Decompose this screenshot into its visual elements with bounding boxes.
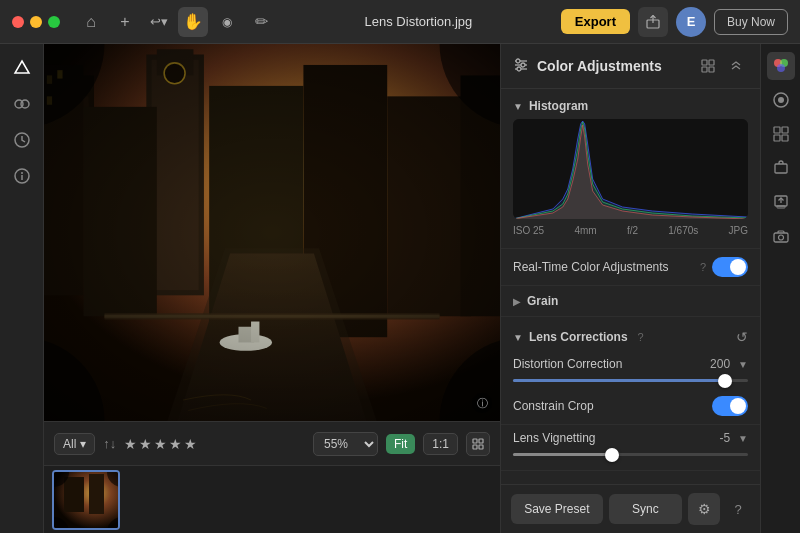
- sidebar-info-icon[interactable]: [6, 160, 38, 192]
- left-sidebar: [0, 44, 44, 533]
- distortion-slider-thumb[interactable]: [718, 374, 732, 388]
- vignetting-value: -5: [700, 431, 730, 445]
- bottom-bar: All ▾ ↑↓ ★ ★ ★ ★ ★ 55% 25% 50% 75% 100% …: [44, 421, 500, 465]
- panel-header: Color Adjustments: [501, 44, 760, 89]
- settings-button[interactable]: ⚙: [688, 493, 720, 525]
- buy-now-button[interactable]: Buy Now: [714, 9, 788, 35]
- realtime-toggle-row: Real-Time Color Adjustments ?: [501, 249, 760, 286]
- window-title: Lens Distortion.jpg: [284, 14, 553, 29]
- brush-tool-icon[interactable]: ✏: [246, 7, 276, 37]
- add-icon[interactable]: +: [110, 7, 140, 37]
- vignetting-dropdown-icon[interactable]: ▼: [738, 433, 748, 444]
- circle-icon[interactable]: [767, 86, 795, 114]
- svg-point-49: [516, 59, 520, 63]
- sync-button[interactable]: Sync: [609, 494, 682, 524]
- zoom-select[interactable]: 55% 25% 50% 75% 100%: [313, 432, 378, 456]
- distortion-dropdown-icon[interactable]: ▼: [738, 359, 748, 370]
- right-panel: Color Adjustments: [500, 44, 760, 533]
- distortion-slider-track: [513, 379, 748, 382]
- svg-rect-70: [774, 233, 788, 242]
- sidebar-effects-icon[interactable]: [6, 88, 38, 120]
- toolbar-right: Export E Buy Now: [561, 7, 788, 37]
- camera-icon[interactable]: [767, 222, 795, 250]
- titlebar: ⌂ + ↩▾ ✋ ◉ ✏ Lens Distortion.jpg Export …: [0, 0, 800, 44]
- star-2[interactable]: ★: [139, 436, 152, 452]
- save-preset-button[interactable]: Save Preset: [511, 494, 603, 524]
- lens-help-icon[interactable]: ?: [638, 331, 644, 343]
- svg-rect-68: [777, 206, 785, 208]
- iso-value: ISO 25: [513, 225, 544, 236]
- star-3[interactable]: ★: [154, 436, 167, 452]
- grain-section: ▶ Grain: [501, 286, 760, 317]
- realtime-toggle[interactable]: [712, 257, 748, 277]
- user-avatar[interactable]: E: [676, 7, 706, 37]
- svg-rect-40: [64, 477, 84, 512]
- expand-button[interactable]: [466, 432, 490, 456]
- format: JPG: [729, 225, 748, 236]
- info-badge[interactable]: ⓘ: [472, 393, 492, 413]
- histogram-chart: [513, 119, 748, 219]
- filter-select[interactable]: All ▾: [54, 433, 95, 455]
- vignetting-slider-fill: [513, 453, 612, 456]
- distortion-row: Distortion Correction 200 ▼: [501, 351, 760, 377]
- hand-tool-icon[interactable]: ✋: [178, 7, 208, 37]
- sidebar-adjustments-icon[interactable]: [6, 52, 38, 84]
- maximize-button[interactable]: [48, 16, 60, 28]
- grain-arrow-icon: ▶: [513, 296, 521, 307]
- help-button[interactable]: ?: [726, 497, 750, 521]
- fit-button[interactable]: Fit: [386, 434, 415, 454]
- vignetting-slider-container: [501, 451, 760, 462]
- select-tool-icon[interactable]: ◉: [212, 7, 242, 37]
- undo-icon[interactable]: ↩▾: [144, 7, 174, 37]
- svg-rect-65: [782, 135, 788, 141]
- panel-header-buttons: [696, 54, 748, 78]
- svg-rect-52: [702, 60, 707, 65]
- home-icon[interactable]: ⌂: [76, 7, 106, 37]
- grid-view-button[interactable]: [696, 54, 720, 78]
- right-section: Color Adjustments: [500, 44, 800, 533]
- filmstrip-thumbnail[interactable]: [52, 470, 120, 530]
- svg-rect-53: [709, 60, 714, 65]
- minimize-button[interactable]: [30, 16, 42, 28]
- realtime-help-icon[interactable]: ?: [700, 261, 706, 273]
- aperture: f/2: [627, 225, 638, 236]
- grain-header[interactable]: ▶ Grain: [513, 294, 748, 308]
- shutter-speed: 1/670s: [668, 225, 698, 236]
- star-4[interactable]: ★: [169, 436, 182, 452]
- lens-title: Lens Corrections: [529, 330, 628, 344]
- close-button[interactable]: [12, 16, 24, 28]
- lens-corrections-section: ▼ Lens Corrections ? ↺ Distortion Correc…: [501, 317, 760, 471]
- sort-button[interactable]: ↑↓: [103, 436, 116, 451]
- svg-point-71: [778, 235, 783, 240]
- panel-collapse-button[interactable]: [724, 54, 748, 78]
- svg-rect-36: [479, 439, 483, 443]
- panel-footer: Save Preset Sync ⚙ ?: [501, 484, 760, 533]
- filmstrip: [44, 465, 500, 533]
- star-1[interactable]: ★: [124, 436, 137, 452]
- preset-icon[interactable]: [767, 154, 795, 182]
- export-button[interactable]: Export: [561, 9, 630, 34]
- adjustments-icon: [513, 57, 529, 76]
- grain-title: Grain: [527, 294, 558, 308]
- svg-point-59: [777, 64, 785, 72]
- distortion-slider-fill: [513, 379, 725, 382]
- histogram-header[interactable]: ▼ Histogram: [513, 99, 748, 113]
- svg-rect-66: [775, 164, 787, 173]
- ratio-button[interactable]: 1:1: [423, 433, 458, 455]
- star-rating[interactable]: ★ ★ ★ ★ ★: [124, 436, 197, 452]
- panel-title: Color Adjustments: [537, 58, 688, 74]
- lens-reset-button[interactable]: ↺: [736, 329, 748, 345]
- svg-rect-41: [89, 474, 104, 514]
- constrain-crop-toggle[interactable]: [712, 396, 748, 416]
- sidebar-history-icon[interactable]: [6, 124, 38, 156]
- image-canvas: ⓘ: [44, 44, 500, 421]
- svg-marker-2: [15, 61, 29, 73]
- vignetting-slider-thumb[interactable]: [605, 448, 619, 462]
- share-button[interactable]: [638, 7, 668, 37]
- texture-icon[interactable]: [767, 120, 795, 148]
- color-adjustments-icon[interactable]: [767, 52, 795, 80]
- lens-arrow-icon: ▼: [513, 332, 523, 343]
- star-5[interactable]: ★: [184, 436, 197, 452]
- export-panel-icon[interactable]: [767, 188, 795, 216]
- realtime-label: Real-Time Color Adjustments: [513, 260, 700, 274]
